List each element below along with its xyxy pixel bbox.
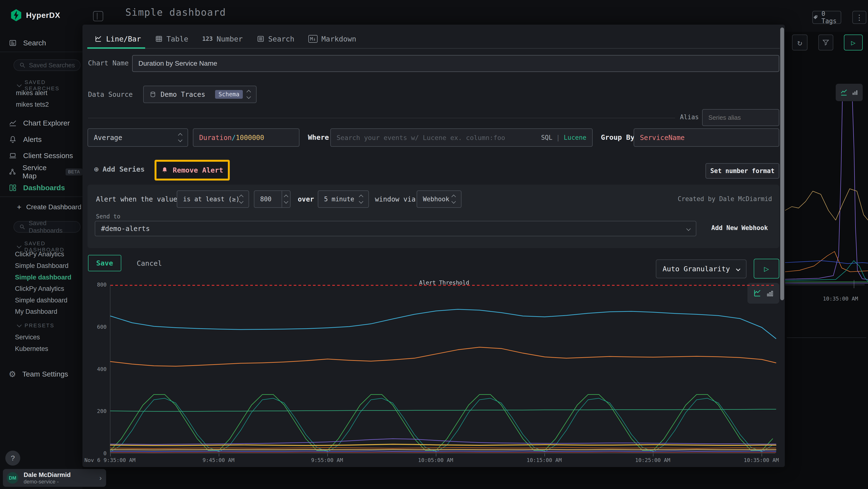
saved-searches-input[interactable]: Saved Searches (13, 59, 81, 71)
alert-channel-select[interactable]: Webhook (416, 191, 462, 208)
x-axis-tick-label: 10:35:00 AM (744, 457, 779, 463)
user-card[interactable]: DM Dale McDiarmid demo-service - › (3, 469, 106, 487)
alert-threshold-input[interactable]: 800 (254, 191, 290, 208)
granularity-select[interactable]: Auto Granularity (656, 259, 746, 278)
search-page-icon (9, 39, 17, 47)
dashboard-item[interactable]: ClickPy Analytics (15, 285, 64, 292)
chevron-down-icon (17, 244, 22, 248)
divider (0, 52, 83, 52)
data-source-label: Data Source (88, 90, 133, 98)
bg-chart-time-label: 10:35:00 AM (823, 296, 858, 302)
sidebar-item-team-settings[interactable]: ⚙ Team Settings (0, 367, 83, 381)
service-map-icon (9, 168, 16, 176)
x-axis-tick-label: 10:15:00 AM (527, 457, 562, 463)
play-icon: ▷ (764, 264, 769, 274)
dashboard-item[interactable]: Simple dashboard (15, 297, 67, 304)
presets-header[interactable]: PRESETS (17, 322, 55, 329)
sidebar-item-service-map[interactable]: Service Map BETA (0, 165, 83, 179)
sidebar-collapse-icon[interactable] (93, 11, 103, 21)
create-dashboard-label: Create Dashboard (26, 203, 82, 211)
sidebar-item-label: Chart Explorer (23, 119, 70, 127)
query-language-switch[interactable]: SQL | Lucene (541, 134, 586, 141)
aggregation-select[interactable]: Average (88, 128, 188, 147)
panel-glyph (95, 13, 97, 20)
edit-chart-modal: Line/Bar Table 123 Number Search M↓ Mark… (83, 25, 785, 467)
tab-search[interactable]: Search (257, 35, 294, 43)
alert-prefix-label: Alert when the value (96, 195, 177, 203)
chart-name-input[interactable] (132, 55, 779, 72)
dashboard-item[interactable]: Simple Dashboard (15, 262, 68, 269)
list-icon (257, 35, 265, 43)
select-chevrons-icon (360, 195, 363, 203)
saved-dashboards-input[interactable]: Saved Dashboards (13, 221, 81, 233)
sidebar-item-search[interactable]: Search (0, 36, 83, 50)
saved-search-item[interactable]: mikes alert (16, 89, 48, 97)
timeseries-chart[interactable] (110, 285, 775, 454)
database-icon (150, 91, 156, 98)
tab-number[interactable]: 123 Number (202, 35, 243, 43)
add-series-button[interactable]: ⊕ Add Series (94, 165, 145, 174)
sidebar-item-chart-explorer[interactable]: Chart Explorer (0, 116, 83, 130)
user-subtitle: demo-service - (24, 479, 71, 485)
set-number-format-button[interactable]: Set number format (706, 163, 779, 179)
tab-table[interactable]: Table (155, 35, 188, 43)
tab-line-bar[interactable]: Line/Bar (94, 35, 141, 43)
search-icon (19, 224, 25, 230)
chart-explorer-icon (9, 119, 17, 127)
send-to-select[interactable]: #demo-alerts (95, 221, 696, 236)
run-chart-button[interactable]: ▷ (754, 259, 779, 279)
data-source-select[interactable]: Demo Traces Schema (143, 86, 256, 103)
add-webhook-button[interactable]: Add New Webhook (711, 224, 768, 231)
expression-input[interactable]: Duration/1000000 (193, 128, 300, 147)
group-by-input[interactable]: ServiceName (633, 128, 779, 147)
kebab-icon: ⋮ (856, 13, 863, 22)
group-by-label: Group By (601, 133, 634, 141)
help-button[interactable]: ? (5, 451, 20, 466)
preset-item[interactable]: Services (15, 334, 40, 341)
dashboard-item[interactable]: My Dashboard (15, 308, 57, 315)
number-stepper[interactable] (282, 191, 290, 207)
sidebar-item-label: Client Sessions (23, 151, 73, 160)
chevron-right-icon: › (99, 474, 102, 482)
chart-type-tabs: Line/Bar Table 123 Number Search M↓ Mark… (94, 31, 356, 46)
run-query-button[interactable]: ▷ (844, 34, 863, 51)
cancel-button[interactable]: Cancel (137, 259, 162, 267)
series-service-blue-low (111, 451, 776, 452)
line-bar-icon (94, 35, 102, 43)
more-menu-button[interactable]: ⋮ (852, 11, 866, 24)
alert-condition-select[interactable]: is at least (≥) (177, 191, 249, 208)
alias-input[interactable] (702, 109, 779, 126)
over-label: over (298, 195, 314, 203)
modal-scrollbar[interactable] (780, 28, 784, 300)
expression-field: Duration (199, 134, 232, 142)
page-title: Simple dashboard (125, 7, 226, 18)
refresh-button[interactable]: ↻ (792, 34, 807, 51)
lang-lucene[interactable]: Lucene (564, 134, 586, 141)
chevron-down-icon (17, 82, 22, 87)
select-chevrons-icon (452, 195, 455, 203)
alert-window-select[interactable]: 5 minute (318, 191, 369, 208)
tab-underline-track (87, 48, 780, 49)
filter-button[interactable] (818, 34, 833, 51)
save-button[interactable]: Save (88, 255, 121, 271)
remove-alert-button-highlighted[interactable]: Remove Alert (155, 160, 230, 180)
series-service-orange (111, 347, 776, 366)
where-search-input[interactable]: Search your events w/ Lucene ex. column:… (330, 128, 593, 147)
tab-markdown[interactable]: M↓ Markdown (308, 35, 356, 43)
gear-icon: ⚙ (9, 369, 16, 379)
sidebar-item-alerts[interactable]: Alerts (0, 133, 83, 146)
brand[interactable]: HyperDX (10, 9, 60, 22)
tags-button[interactable]: 0 Tags (812, 11, 841, 24)
saved-search-item[interactable]: mikes tets2 (16, 101, 49, 108)
plus-circle-icon: ⊕ (94, 165, 99, 174)
preset-item[interactable]: Kubernetes (15, 345, 48, 353)
lang-sql[interactable]: SQL (541, 134, 552, 141)
dashboard-item-active[interactable]: Simple dashboard (15, 274, 71, 281)
dashboard-item[interactable]: ClickPy Analytics (15, 251, 64, 258)
dashboards-icon (9, 184, 17, 192)
sidebar-item-dashboards[interactable]: Dashboards (0, 181, 83, 195)
select-chevrons-icon (179, 134, 182, 141)
bg-chart-type-toggle[interactable] (836, 84, 863, 101)
create-dashboard-button[interactable]: + Create Dashboard (0, 200, 83, 214)
sidebar-item-client-sessions[interactable]: Client Sessions (0, 149, 83, 163)
